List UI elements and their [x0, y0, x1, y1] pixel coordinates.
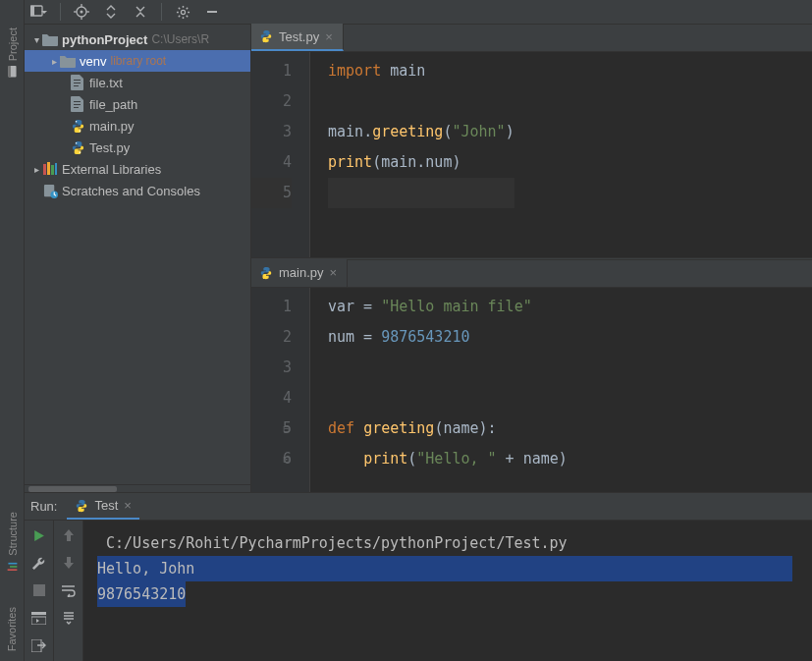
sidebar-tab-favorites-label: Favorites — [6, 607, 18, 651]
tree-external-libraries[interactable]: ▸ External Libraries — [25, 158, 250, 180]
svg-point-29 — [75, 121, 77, 123]
chevron-down-icon[interactable]: ▾ — [30, 34, 42, 45]
close-icon[interactable]: × — [325, 29, 333, 44]
svg-rect-28 — [74, 107, 79, 108]
svg-rect-35 — [51, 165, 54, 175]
run-output-line: Hello, John — [97, 556, 194, 581]
python-file-icon — [70, 118, 85, 134]
down-icon[interactable] — [60, 554, 78, 572]
up-icon[interactable] — [60, 526, 78, 544]
wrench-icon[interactable] — [30, 554, 48, 572]
svg-line-21 — [186, 7, 187, 8]
text-file-icon — [70, 75, 85, 90]
tree-root[interactable]: ▾ pythonProject C:\Users\R — [25, 28, 250, 50]
collapse-all-icon[interactable] — [132, 3, 149, 21]
svg-rect-6 — [30, 6, 34, 16]
settings-gear-icon[interactable] — [174, 3, 191, 21]
scratches-icon — [42, 183, 58, 198]
svg-point-30 — [79, 130, 81, 132]
exit-icon[interactable] — [30, 636, 48, 654]
chevron-right-icon[interactable]: ▸ — [48, 56, 60, 67]
tree-root-label: pythonProject — [62, 32, 147, 47]
svg-rect-4 — [8, 563, 17, 565]
tree-scrollbar[interactable] — [25, 484, 250, 492]
svg-line-19 — [186, 15, 187, 16]
svg-point-13 — [181, 10, 185, 14]
run-output-path: C:/Users/Rohit/PycharmProjects/pythonPro… — [106, 534, 568, 552]
svg-rect-33 — [43, 164, 46, 175]
run-tab-label: Test — [94, 498, 118, 513]
run-output-line: 9876543210 — [97, 581, 186, 607]
editor2[interactable]: 1 2 3 4 5⊟ 6⊡ var = "Hello main file"num… — [251, 288, 812, 493]
editor1-code[interactable]: import main main.greeting("John")print(m… — [310, 52, 514, 257]
python-file-icon — [75, 499, 88, 513]
tab-main-py-label: main.py — [279, 265, 324, 280]
folder-icon — [42, 31, 58, 47]
editor1[interactable]: 1 2 3 4 5 import main main.greeting("Joh… — [251, 52, 812, 257]
close-icon[interactable]: × — [124, 498, 132, 513]
tab-test-py[interactable]: Test.py × — [251, 24, 344, 51]
svg-rect-40 — [31, 612, 46, 615]
stop-icon[interactable] — [30, 581, 48, 599]
run-output[interactable]: C:/Users/Rohit/PycharmProjects/pythonPro… — [83, 521, 812, 661]
expand-all-icon[interactable] — [102, 3, 120, 21]
tree-scratches[interactable]: Scratches and Consoles — [25, 180, 250, 201]
svg-rect-26 — [74, 101, 81, 102]
svg-point-31 — [75, 142, 77, 144]
rerun-icon[interactable] — [30, 526, 48, 544]
sidebar-tab-favorites[interactable]: Favorites — [6, 607, 18, 651]
sidebar-tab-structure-label: Structure — [6, 512, 18, 556]
tree-scratches-label: Scratches and Consoles — [62, 184, 200, 198]
sidebar-tab-structure[interactable]: Structure — [6, 512, 19, 573]
svg-rect-1 — [8, 66, 10, 77]
tree-file-label: Test.py — [89, 140, 130, 155]
tree-file-label: file.txt — [89, 76, 123, 90]
libraries-icon — [42, 161, 58, 177]
tree-file[interactable]: file.txt — [25, 72, 250, 93]
chevron-right-icon[interactable]: ▸ — [30, 164, 42, 175]
run-toolwindow: Run: Test × — [25, 492, 812, 661]
editor2-gutter: 1 2 3 4 5⊟ 6⊡ — [251, 288, 310, 493]
tree-venv-hint: library root — [110, 54, 166, 68]
tab-main-py[interactable]: main.py × — [251, 259, 348, 287]
folder-icon — [60, 53, 76, 69]
tree-file[interactable]: main.py — [25, 115, 250, 137]
python-file-icon — [70, 139, 85, 155]
editor2-tabbar: main.py × — [251, 260, 812, 288]
layout-icon[interactable] — [30, 609, 48, 627]
svg-rect-3 — [10, 566, 17, 568]
project-view-selector[interactable] — [30, 3, 48, 21]
sidebar-tab-project-label: Project — [6, 28, 18, 61]
project-tree-pane: ▾ pythonProject C:\Users\R ▸ venv librar… — [25, 25, 251, 492]
svg-point-8 — [81, 11, 83, 14]
fold-start-icon[interactable]: ⊟ — [283, 413, 290, 444]
editor2-code[interactable]: var = "Hello main file"num = 9876543210 … — [310, 288, 568, 493]
run-tab-test[interactable]: Test × — [67, 494, 138, 520]
svg-line-20 — [178, 15, 179, 16]
scroll-to-end-icon[interactable] — [60, 609, 78, 627]
tree-venv[interactable]: ▸ venv library root — [25, 50, 250, 72]
svg-rect-34 — [47, 162, 50, 175]
tree-file-label: main.py — [89, 119, 135, 134]
sidebar-tab-project[interactable]: Project — [6, 28, 19, 78]
svg-line-18 — [178, 7, 179, 8]
tree-file-label: file_path — [89, 97, 137, 112]
locate-icon[interactable] — [73, 3, 90, 21]
tab-test-py-label: Test.py — [279, 29, 319, 44]
fold-end-icon[interactable]: ⊡ — [283, 444, 290, 474]
editor1-tabbar: Test.py × — [251, 25, 812, 52]
tree-file[interactable]: Test.py — [25, 137, 250, 158]
tree-file[interactable]: file_path — [25, 93, 250, 115]
soft-wrap-icon[interactable] — [60, 581, 78, 599]
svg-rect-22 — [207, 11, 217, 13]
svg-rect-23 — [74, 80, 81, 81]
close-icon[interactable]: × — [330, 265, 338, 280]
svg-rect-36 — [55, 163, 57, 175]
project-toolbar — [25, 0, 812, 25]
tree-root-path: C:\Users\R — [151, 32, 209, 46]
python-file-icon — [259, 29, 273, 43]
text-file-icon — [70, 96, 85, 112]
svg-rect-24 — [74, 83, 81, 83]
hide-icon[interactable] — [203, 3, 221, 21]
svg-rect-2 — [7, 570, 17, 572]
